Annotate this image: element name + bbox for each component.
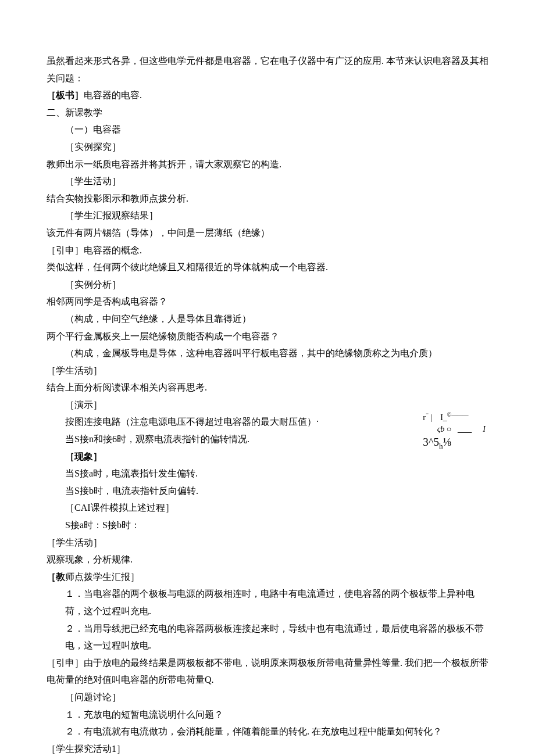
body-text: 该元件有两片锡箔（导体），中间是一层薄纸（绝缘） bbox=[47, 224, 491, 242]
body-text: 相邻两同学是否构成电容器？ bbox=[47, 293, 491, 310]
body-text: ［引申］由于放电的最终结果是两极板都不带电，说明原来两极板所带电荷量异性等量. … bbox=[47, 654, 491, 689]
bracket-label: ［CAI课件模拟上述过程］ bbox=[47, 499, 491, 517]
bracket-label: ［学生活动］ bbox=[47, 173, 491, 190]
body-text: （构成，中间空气绝缘，人是导体且靠得近） bbox=[47, 310, 491, 328]
bracket-label: ［学生活动］ bbox=[47, 362, 491, 379]
list-item: ２．有电流就有电流做功，会消耗能量，伴随着能量的转化. 在充放电过程中能量如何转… bbox=[47, 723, 491, 740]
body-text: 结合实物投影图示和教师点拨分析. bbox=[47, 190, 491, 207]
list-item: ２．当用导线把已经充电的电容器两极板连接起来时，导线中也有电流通过，最后使电容器… bbox=[47, 620, 491, 654]
body-text: 当S接a时，电流表指针发生偏转. bbox=[47, 465, 491, 482]
paragraph-intro: 虽然看起来形式各异，但这些电学元件都是电容器，它在电子仪器中有广泛的应用. 本节… bbox=[47, 52, 491, 87]
body-text: 当S接b时，电流表指针反向偏转. bbox=[47, 482, 491, 500]
body-text: 观察现象，分析规律. bbox=[47, 551, 491, 568]
bracket-label: ［实例探究］ bbox=[47, 138, 491, 156]
body-text: 结合上面分析阅读课本相关内容再思考. bbox=[47, 379, 491, 396]
body-text: S接a时：S接b时： bbox=[47, 517, 491, 534]
body-text: （构成，金属板导电是导体，这种电容器叫平行板电容器，其中的绝缘物质称之为电介质） bbox=[47, 345, 491, 362]
body-text: 类似这样，任何两个彼此绝缘且又相隔很近的导体就构成一个电容器. bbox=[47, 259, 491, 276]
list-item: １．充放电的短暂电流说明什么问题？ bbox=[47, 706, 491, 723]
bracket-label: ［实例分析］ bbox=[47, 276, 491, 293]
bracket-label: ［引申］电容器的概念. bbox=[47, 242, 491, 259]
body-text: 教师出示一纸质电容器并将其拆开，请大家观察它的构造. bbox=[47, 156, 491, 173]
bracket-label: ［学生汇报观察结果］ bbox=[47, 207, 491, 224]
teacher-comment-label: ［教师点拨学生汇报］ bbox=[47, 568, 491, 586]
bracket-label: ［学生探究活动1］ bbox=[47, 740, 491, 756]
subsection-heading: （一）电容器 bbox=[47, 121, 491, 138]
bracket-label: ［学生活动］ bbox=[47, 534, 491, 551]
list-item: １．当电容器的两个极板与电源的两极相连时，电路中有电流通过，使电容器的两个极板带… bbox=[47, 585, 491, 619]
circuit-diagram-fragment: r⁻ | I_©——— ςb ○ I 3^5h⅛ bbox=[423, 411, 486, 452]
teacher-label-bold: ［教 bbox=[47, 572, 65, 582]
body-text: 两个平行金属板夹上一层绝缘物质能否构成一个电容器？ bbox=[47, 328, 491, 345]
board-text: 电容器的电容. bbox=[84, 90, 142, 100]
board-line: ［板书］电容器的电容. bbox=[47, 87, 491, 104]
section-heading: 二、新课教学 bbox=[47, 104, 491, 121]
teacher-label-rest: 师点拨学生汇报］ bbox=[65, 572, 140, 582]
bracket-label: ［问题讨论］ bbox=[47, 689, 491, 706]
board-label: ［板书］ bbox=[47, 90, 84, 100]
circuit-formula-region: 按图连接电路（注意电源电压不得超过电容器的最大耐压值）· 当S接n和接6时，观察… bbox=[47, 413, 491, 465]
